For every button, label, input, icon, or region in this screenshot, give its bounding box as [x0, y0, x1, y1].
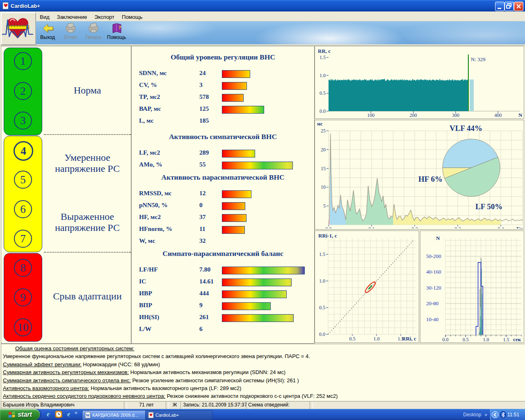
- menu-item-4[interactable]: Помощь: [118, 13, 146, 21]
- svg-text:?: ?: [119, 24, 121, 30]
- toolbar-button-Печать: Печать: [82, 21, 105, 44]
- menu-item-2[interactable]: Заключение: [53, 13, 91, 21]
- toolbar-button-Помощь[interactable]: ?Помощь: [105, 21, 128, 44]
- parameter-row: TP, мс2578: [132, 91, 314, 103]
- pars-score-9[interactable]: 9: [14, 288, 32, 306]
- parameter-label: ИН(SI): [139, 313, 159, 321]
- parameter-value: 55: [199, 161, 206, 168]
- conclusion-line-6: Активность вазомоторного центра: Нормаль…: [3, 385, 525, 393]
- parameter-row: HFnorm, %11: [132, 224, 314, 235]
- svg-text:30-120: 30-120: [426, 285, 441, 291]
- svg-text:HF 6%: HF 6%: [418, 175, 443, 183]
- restore-button[interactable]: [504, 2, 514, 11]
- taskbar-button-cardiolab[interactable]: CardioLab+: [145, 410, 212, 420]
- pars-score-8[interactable]: 8: [14, 259, 32, 277]
- rr-tachogram-svg: 1002003004000.00.51.01.5N: 329RR, сN: [315, 46, 523, 118]
- parameter-scale-bar: [222, 314, 294, 322]
- pars-score-7[interactable]: 7: [14, 230, 32, 248]
- parameter-scale-bar: [222, 214, 247, 222]
- parameter-label: RMSSD, мс: [139, 189, 171, 197]
- bluetooth-icon[interactable]: [500, 411, 506, 418]
- spectrum-chart: 0.00.10.20.30.4510152025мсГцVLF 44%HF 6%…: [315, 120, 524, 230]
- rr-histogram-chart: 10-4020-8030-12040-16050-2000.00.51.01.5…: [420, 231, 524, 343]
- conclusion-text: Нормальная активность механизмов регуляц…: [129, 369, 285, 375]
- parameter-value: 24: [199, 69, 206, 77]
- heart-ecg-logo-icon: [2, 13, 34, 43]
- scale-zone-label-4: Срыв адаптации: [45, 291, 130, 302]
- parameter-label: TP, мс2: [139, 93, 160, 100]
- internet-explorer-icon[interactable]: e: [44, 411, 52, 418]
- parameter-row: AMo, %55: [132, 159, 314, 171]
- pars-score-3[interactable]: 3: [14, 112, 32, 130]
- pars-score-1[interactable]: 1: [14, 52, 32, 70]
- internet-explorer-icon[interactable]: e: [65, 411, 73, 418]
- parameter-value: 261: [199, 313, 209, 321]
- conclusion-label: Суммарный эффект регуляции:: [3, 361, 82, 368]
- svg-text:0.0: 0.0: [320, 108, 326, 114]
- parameter-scale-bar: [222, 226, 245, 234]
- conclusion-label: Общая оценка состояния регуляторных сист…: [15, 345, 134, 352]
- dotted-separator: [44, 252, 131, 253]
- parameter-scale-bar: [222, 70, 250, 78]
- start-button[interactable]: start: [0, 409, 40, 420]
- conclusion-text: Умеренное функциональное напряжение регу…: [3, 353, 310, 359]
- parameter-row: ИН(SI)261: [132, 312, 314, 324]
- parameter-value: 3: [199, 81, 203, 89]
- conclusion-text: Нормальная активность вазомоторного цент…: [89, 385, 241, 391]
- dotted-separator: [44, 134, 131, 135]
- taskbar-button-kardiolab-doc[interactable]: W КАРДИОЛАБ 2009.d...: [82, 410, 148, 420]
- svg-text:0.0: 0.0: [319, 331, 325, 337]
- svg-text:RRi-1, с: RRi-1, с: [318, 233, 337, 239]
- scheduler-clock-icon[interactable]: [55, 411, 62, 418]
- pars-score-2[interactable]: 2: [14, 82, 32, 100]
- svg-text:LF 50%: LF 50%: [475, 202, 502, 211]
- parameter-row: L, мс185: [132, 115, 314, 127]
- svg-text:20: 20: [321, 147, 326, 153]
- conclusion-text: Резкое снижение активности подкоркового …: [165, 393, 338, 399]
- parameter-value: 7.80: [199, 266, 210, 273]
- close-button[interactable]: [514, 2, 523, 11]
- show-hidden-icon[interactable]: [491, 411, 499, 418]
- desktop-toolbar[interactable]: Desktop »: [442, 409, 490, 420]
- svg-text:сек: сек: [513, 336, 521, 342]
- quicklaunch-overflow-chevron[interactable]: »: [75, 410, 78, 415]
- svg-text:0.4: 0.4: [498, 226, 504, 228]
- printer-icon: [87, 22, 100, 34]
- menu-item-3[interactable]: Экспорт: [91, 13, 118, 21]
- parameter-scale-bar: [222, 290, 287, 298]
- conclusion-label: Активность сердечно сосудистого подкорко…: [3, 393, 165, 399]
- minimize-button[interactable]: [495, 2, 504, 11]
- conclusion-line-1: Общая оценка состояния регуляторных сист…: [3, 345, 525, 353]
- parameter-value: 578: [199, 93, 209, 100]
- app-icon: [2, 2, 9, 9]
- svg-text:1.5: 1.5: [320, 55, 326, 60]
- pars-score-4-selected[interactable]: 4: [14, 141, 33, 161]
- parameter-scale-bar: [222, 302, 271, 310]
- parameter-label: ИВР: [139, 290, 152, 297]
- windows-taskbar: start e e » W КАРДИОЛАБ 2009.d... Cardio…: [0, 409, 525, 420]
- pars-score-10[interactable]: 10: [14, 318, 32, 336]
- parameter-label: W, мс: [139, 237, 155, 244]
- parameter-value: 37: [199, 213, 206, 221]
- parameter-scale-bar: [222, 106, 264, 114]
- parameter-scale-bar: [222, 278, 292, 286]
- histogram-svg: 10-4020-8030-12040-16050-2000.00.51.01.5…: [420, 231, 523, 342]
- scatterogram-chart: 0.51.01.50.00.51.01.5RRi-1, сRRi, с: [315, 231, 419, 343]
- conclusion-label: Суммарная активность симпатического отде…: [3, 377, 131, 383]
- menu-item-1[interactable]: Вид: [36, 13, 53, 21]
- parameter-value: 6: [199, 325, 203, 333]
- svg-text:400: 400: [494, 112, 502, 118]
- svg-text:10-40: 10-40: [426, 316, 438, 322]
- parameter-row: W, мс32: [132, 235, 314, 247]
- toolbar-button-label: Отчет: [59, 34, 82, 40]
- toolbar-button-Выход[interactable]: Выход: [36, 21, 59, 44]
- svg-text:40-160: 40-160: [426, 269, 441, 275]
- parameter-value: 0: [199, 201, 203, 209]
- parameter-value: 289: [199, 149, 209, 156]
- parameter-row: ИВР444: [132, 288, 314, 300]
- svg-text:0.2: 0.2: [412, 226, 418, 228]
- parameter-label: HFnorm, %: [139, 225, 172, 233]
- pars-score-6[interactable]: 6: [14, 200, 32, 218]
- pars-score-5[interactable]: 5: [14, 171, 32, 189]
- parameter-label: HF, мс2: [139, 213, 161, 221]
